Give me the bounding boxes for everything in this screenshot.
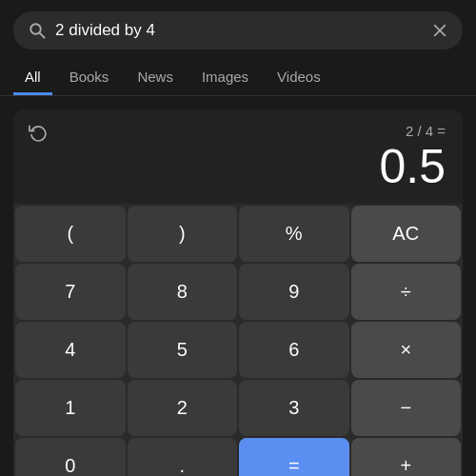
calc-btn-2[interactable]: 2 (128, 380, 238, 436)
tab-videos[interactable]: Videos (266, 61, 332, 95)
calc-btn-8[interactable]: 8 (128, 264, 238, 320)
calc-btn-x[interactable]: × (351, 322, 462, 378)
calc-btn-x[interactable]: % (239, 206, 349, 262)
calc-btn-x[interactable]: ÷ (351, 264, 462, 320)
search-input[interactable] (55, 21, 423, 40)
history-icon[interactable] (29, 123, 48, 146)
calc-btn-x[interactable]: ) (128, 206, 238, 262)
tab-news[interactable]: News (126, 61, 185, 95)
calc-expression: 2 / 4 = (406, 123, 446, 139)
clear-icon[interactable] (432, 23, 447, 38)
calc-btn-4[interactable]: 4 (15, 322, 126, 378)
calc-btn-0[interactable]: 0 (15, 438, 126, 476)
calc-btn-x[interactable]: . (128, 438, 238, 476)
calc-btn-1[interactable]: 1 (15, 380, 126, 436)
calc-btn-AC[interactable]: AC (351, 206, 462, 262)
tab-all[interactable]: All (13, 61, 52, 95)
search-icon (29, 22, 46, 39)
calculator-keypad: ()%AC789÷456×123−0.=+ (13, 204, 463, 476)
calc-result: 0.5 (379, 143, 446, 190)
svg-line-1 (40, 33, 45, 38)
search-tabs: All Books News Images Videos (0, 61, 476, 96)
search-bar (13, 11, 463, 50)
calc-btn-x[interactable]: = (239, 438, 349, 476)
calc-btn-3[interactable]: 3 (239, 380, 349, 436)
calc-btn-7[interactable]: 7 (15, 264, 126, 320)
calculator-display: 2 / 4 = 0.5 (13, 109, 463, 204)
calc-btn-x[interactable]: ( (15, 206, 126, 262)
calc-btn-x[interactable]: − (351, 380, 462, 436)
tab-images[interactable]: Images (190, 61, 260, 95)
calc-btn-x[interactable]: + (351, 438, 462, 476)
calc-btn-5[interactable]: 5 (128, 322, 238, 378)
calc-btn-9[interactable]: 9 (239, 264, 349, 320)
tab-books[interactable]: Books (58, 61, 121, 95)
calc-btn-6[interactable]: 6 (239, 322, 349, 378)
